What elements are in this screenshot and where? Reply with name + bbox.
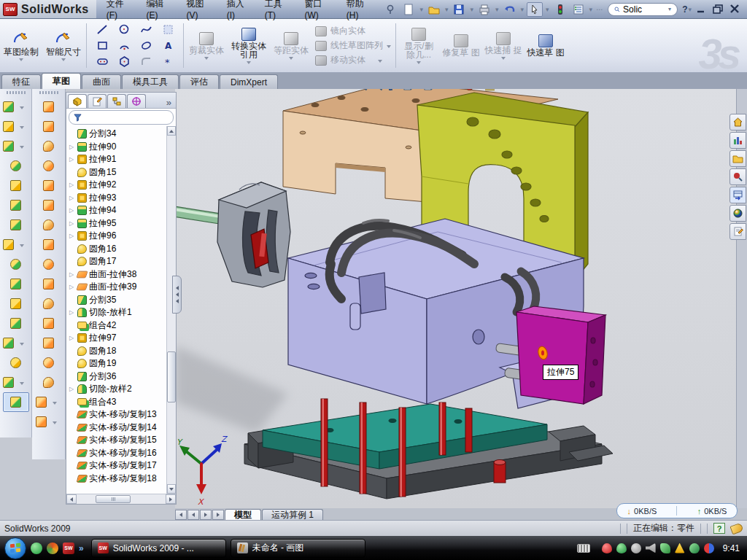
mold-tool-button[interactable]: [36, 176, 62, 195]
start-button[interactable]: [4, 537, 26, 559]
mold-tool-button[interactable]: [36, 215, 62, 235]
mold-tool-button[interactable]: [36, 136, 62, 156]
study-tab[interactable]: 运动算例 1: [262, 509, 323, 520]
search-box[interactable]: ▾: [608, 3, 678, 16]
scroll-thumb[interactable]: [96, 495, 131, 503]
menu-item[interactable]: 窗口(W): [294, 0, 336, 18]
close-button[interactable]: [729, 4, 741, 15]
tree-item[interactable]: ▷ 分割34: [68, 128, 176, 141]
expand-arrow-icon[interactable]: ▷: [68, 220, 75, 227]
tree-item[interactable]: ▷ 实体-移动/复制17: [68, 459, 176, 472]
mold-tool-button[interactable]: [36, 353, 62, 373]
defender-tray-icon[interactable]: [689, 543, 700, 553]
command-tool-button[interactable]: 转换实体引用: [228, 19, 270, 72]
tree-item[interactable]: ▷ 实体-移动/复制15: [68, 434, 176, 447]
menu-item[interactable]: 插入(I): [217, 0, 255, 18]
tree-item[interactable]: ▷ 分割36: [68, 370, 176, 384]
command-tool-button[interactable]: 修复草 图: [440, 19, 482, 72]
toolbar-grip[interactable]: [7, 91, 26, 94]
tree-item[interactable]: ▷ 曲面-拉伸39: [68, 281, 176, 294]
feature-tool-button[interactable]: [3, 136, 29, 156]
mold-tool-button[interactable]: [36, 373, 62, 392]
sync-tray-icon[interactable]: [704, 543, 714, 553]
mold-tool-button[interactable]: [36, 235, 62, 254]
mold-tool-button[interactable]: [36, 294, 62, 314]
ribbon-tab[interactable]: 特征: [1, 74, 41, 89]
tree-item[interactable]: ▷ 拉伸96: [68, 230, 176, 243]
feature-tool-button[interactable]: [3, 195, 29, 215]
ribbon-tab[interactable]: 评估: [179, 74, 219, 89]
expand-arrow-icon[interactable]: ▷: [68, 335, 75, 341]
last-study-button[interactable]: [212, 510, 224, 520]
ribbon-tab[interactable]: 草图: [42, 73, 81, 89]
mold-tool-button[interactable]: [36, 274, 62, 294]
expand-arrow-icon[interactable]: ▷: [68, 195, 75, 201]
solidworks-launch-icon[interactable]: SW: [63, 542, 74, 554]
tree-item[interactable]: ▷ 拉伸92: [68, 179, 176, 192]
browser-launch-icon[interactable]: [47, 542, 58, 554]
arc-tool-icon[interactable]: [113, 38, 135, 54]
feature-tool-button[interactable]: [3, 333, 29, 353]
ribbon-tab[interactable]: 模具工具: [122, 74, 179, 89]
security-shield-tray-icon[interactable]: [616, 543, 627, 553]
tree-item[interactable]: ▷ 拉伸94: [68, 204, 176, 217]
feature-tool-button[interactable]: [3, 392, 29, 412]
expand-arrow-icon[interactable]: ▷: [68, 182, 75, 188]
toolbar-overflow[interactable]: ⋯: [596, 6, 603, 13]
command-large-button[interactable]: 草图绘制: [0, 19, 42, 72]
polygon-tool-icon[interactable]: [113, 54, 135, 70]
feature-manager-tree-tab[interactable]: [68, 94, 87, 108]
scroll-thumb[interactable]: [167, 351, 176, 402]
feature-tool-button[interactable]: [3, 294, 29, 314]
tree-item[interactable]: ▷ 分割35: [68, 294, 176, 307]
tree-item[interactable]: ▷ 实体-移动/复制14: [68, 421, 176, 435]
command-tool-button[interactable]: 快速草 图: [525, 19, 567, 72]
mold-tool-button[interactable]: [36, 156, 62, 176]
search-dropdown-arrow[interactable]: ▾: [668, 6, 671, 12]
tree-item[interactable]: ▷ 圆角16: [68, 243, 176, 256]
sketch-fillet-tool-icon[interactable]: [135, 54, 157, 70]
graphics-area[interactable]: Y Z X: [175, 89, 736, 508]
taskbar-clock[interactable]: 9:41: [723, 543, 740, 553]
taskbar-window-button[interactable]: SW SolidWorks 2009 - ...: [91, 539, 226, 558]
command-stack-button[interactable]: 移动实体: [315, 54, 391, 67]
tree-item[interactable]: ▷ 拉伸90: [68, 141, 176, 154]
menu-item[interactable]: 文件(F): [96, 0, 136, 18]
command-tool-button[interactable]: 剪裁实体: [185, 19, 228, 72]
mold-tool-button[interactable]: [36, 254, 62, 274]
tree-item[interactable]: ▷ 圆角18: [68, 345, 176, 358]
messenger-tray-icon[interactable]: [660, 543, 670, 553]
ribbon-tab[interactable]: DimXpert: [220, 74, 278, 89]
expand-arrow-icon[interactable]: ▷: [68, 207, 75, 214]
cam-clamp[interactable]: [217, 182, 290, 287]
command-tool-button[interactable]: 快速捕 捉: [482, 19, 525, 72]
search-input[interactable]: [623, 4, 665, 15]
command-tool-button[interactable]: 等距实体: [270, 19, 312, 72]
tree-item[interactable]: ▷ 实体-移动/复制18: [68, 472, 176, 486]
menu-item[interactable]: 编辑(E): [136, 0, 176, 18]
mold-tool-button[interactable]: [36, 97, 62, 117]
side-block[interactable]: [516, 306, 605, 404]
feature-tool-button[interactable]: [3, 97, 29, 117]
custom-properties-tab[interactable]: [729, 223, 746, 240]
selection-box-icon[interactable]: [157, 22, 179, 38]
dimxpert-manager-tab[interactable]: [127, 94, 146, 108]
tree-item[interactable]: ▷ 组合43: [68, 396, 176, 409]
command-tool-button[interactable]: 显示/删 除几...: [398, 19, 440, 72]
toolbar-grip[interactable]: [39, 91, 58, 94]
feature-tool-button[interactable]: [3, 215, 29, 235]
help-icon[interactable]: ?: [682, 4, 687, 15]
view-palette-tab[interactable]: [729, 187, 746, 203]
design-library-tab[interactable]: [729, 132, 746, 149]
configuration-manager-tab[interactable]: [107, 94, 126, 108]
tree-item[interactable]: ▷ 切除-放样1: [68, 306, 176, 319]
mold-tool-button[interactable]: [36, 314, 62, 333]
panel-collapse-handle[interactable]: [172, 276, 182, 314]
line-tool-icon[interactable]: [91, 22, 113, 38]
print-icon[interactable]: [476, 2, 492, 17]
prev-study-button[interactable]: [187, 510, 199, 520]
menu-item[interactable]: 帮助(H): [336, 0, 377, 18]
expand-arrow-icon[interactable]: ▷: [68, 144, 75, 150]
tree-item[interactable]: ▷ 拉伸93: [68, 192, 176, 205]
feature-tool-button[interactable]: [3, 274, 29, 294]
